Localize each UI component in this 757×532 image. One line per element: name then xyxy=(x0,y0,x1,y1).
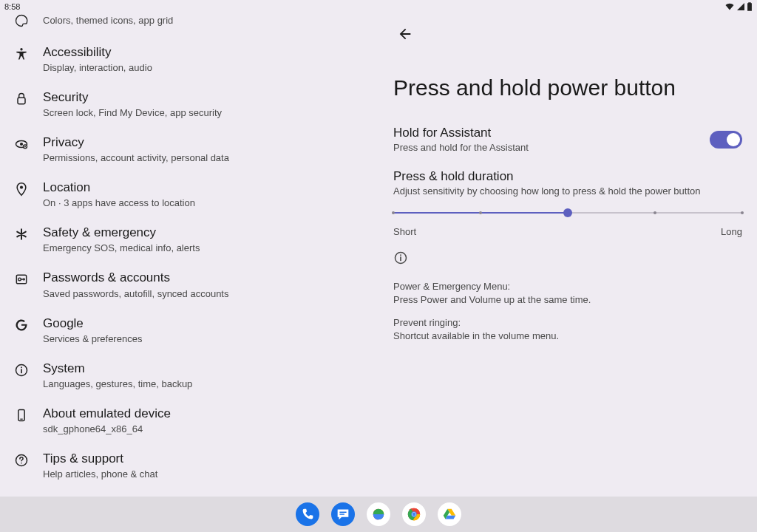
settings-item-subtitle: Languages, gestures, time, backup xyxy=(43,378,370,389)
info-block-2: Prevent ringing: Shortcut available in t… xyxy=(393,316,742,342)
info-icon-row xyxy=(393,250,742,268)
help-icon xyxy=(14,453,29,468)
settings-item-subtitle: Colors, themed icons, app grid xyxy=(43,15,370,26)
settings-item-subtitle: sdk_gphone64_x86_64 xyxy=(43,423,370,434)
dock-app-photos[interactable] xyxy=(367,502,390,526)
settings-list-pane: Colors, themed icons, app grid Accessibi… xyxy=(0,0,378,497)
back-arrow-icon xyxy=(397,26,413,42)
duration-slider[interactable] xyxy=(393,205,742,220)
settings-item-title: About emulated device xyxy=(43,406,370,422)
settings-item-title: Safety & emergency xyxy=(43,225,370,241)
photos-icon xyxy=(370,506,387,522)
settings-item-subtitle: Services & preferences xyxy=(43,333,370,344)
settings-item-subtitle: Display, interaction, audio xyxy=(43,62,370,73)
settings-item-subtitle: Saved passwords, autofill, synced accoun… xyxy=(43,288,370,299)
slider-thumb[interactable] xyxy=(563,208,572,217)
settings-item-accessibility[interactable]: AccessibilityDisplay, interaction, audio xyxy=(0,36,378,81)
settings-item-title: Tips & support xyxy=(43,451,370,467)
settings-item-title: Location xyxy=(43,180,370,196)
settings-item-help[interactable]: Tips & supportHelp articles, phone & cha… xyxy=(0,443,378,488)
hold-for-assistant-row[interactable]: Hold for Assistant Press and hold for th… xyxy=(393,126,742,153)
svg-rect-1 xyxy=(400,256,401,261)
settings-item-privacy[interactable]: PrivacyPermissions, account activity, pe… xyxy=(0,126,378,171)
messages-icon xyxy=(335,506,351,522)
settings-item-subtitle: On · 3 apps have access to location xyxy=(43,197,370,208)
settings-item-title: Security xyxy=(43,89,370,106)
accessibility-icon xyxy=(14,47,29,61)
svg-rect-2 xyxy=(400,254,401,256)
settings-item-subtitle: Screen lock, Find My Device, app securit… xyxy=(43,107,370,118)
privacy-icon xyxy=(14,137,29,151)
phone-icon xyxy=(299,506,316,522)
settings-item-title: Passwords & accounts xyxy=(43,270,370,286)
dock-app-phone[interactable] xyxy=(296,502,319,526)
settings-item-location[interactable]: LocationOn · 3 apps have access to locat… xyxy=(0,171,378,216)
info-icon xyxy=(14,363,29,378)
settings-item-lock[interactable]: SecurityScreen lock, Find My Device, app… xyxy=(0,81,378,126)
lock-icon xyxy=(14,92,29,106)
duration-subtitle: Adjust sensitivity by choosing how long … xyxy=(393,185,742,197)
settings-item-key[interactable]: Passwords & accountsSaved passwords, aut… xyxy=(0,262,378,307)
location-icon xyxy=(14,182,29,197)
settings-item-google[interactable]: GoogleServices & preferences xyxy=(0,307,378,352)
info-icon xyxy=(393,250,408,265)
page-title: Press and hold power button xyxy=(393,75,742,100)
chrome-icon xyxy=(406,506,422,522)
device-icon xyxy=(14,408,29,423)
settings-item-title: Accessibility xyxy=(43,44,370,61)
duration-title: Press & hold duration xyxy=(393,169,742,184)
hold-title: Hold for Assistant xyxy=(393,126,710,140)
drive-icon xyxy=(441,506,458,522)
detail-pane: Press and hold power button Hold for Ass… xyxy=(378,0,757,497)
dock-app-messages[interactable] xyxy=(331,502,355,526)
key-icon xyxy=(14,272,29,287)
settings-item-title: Privacy xyxy=(43,134,370,151)
asterisk-icon xyxy=(14,227,29,242)
hold-subtitle: Press and hold for the Assistant xyxy=(393,142,710,153)
settings-item-info[interactable]: SystemLanguages, gestures, time, backup xyxy=(0,352,378,398)
info-block-1: Power & Emergency Menu: Press Power and … xyxy=(393,280,742,306)
slider-long-label: Long xyxy=(721,226,742,237)
dock-app-drive[interactable] xyxy=(438,502,461,526)
settings-item-title: System xyxy=(43,361,370,377)
hold-for-assistant-switch[interactable] xyxy=(710,131,742,149)
settings-item-title: Google xyxy=(43,316,370,332)
navigation-bar xyxy=(0,497,757,532)
settings-item-subtitle: Emergency SOS, medical info, alerts xyxy=(43,242,370,253)
settings-item-subtitle: Permissions, account activity, personal … xyxy=(43,152,370,163)
settings-item-subtitle: Help articles, phone & chat xyxy=(43,468,370,480)
settings-item-asterisk[interactable]: Safety & emergencyEmergency SOS, medical… xyxy=(0,216,378,262)
slider-short-label: Short xyxy=(393,226,416,237)
back-button[interactable] xyxy=(390,19,420,49)
palette-icon xyxy=(14,13,29,28)
settings-item-device[interactable]: About emulated devicesdk_gphone64_x86_64 xyxy=(0,398,378,443)
settings-item-wallpaper-partial[interactable]: Colors, themed icons, app grid xyxy=(0,13,378,36)
dock-app-chrome[interactable] xyxy=(402,502,426,526)
google-icon xyxy=(14,318,29,332)
